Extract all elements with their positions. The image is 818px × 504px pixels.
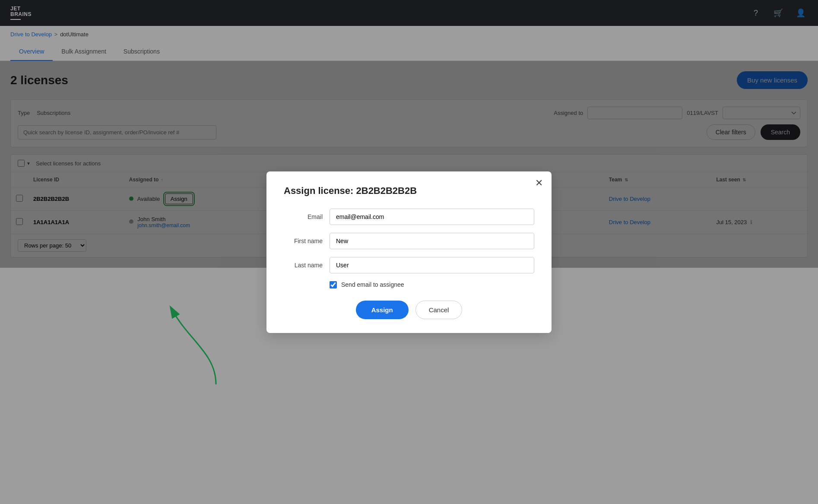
last-name-label: Last name — [284, 262, 323, 269]
modal-actions: Assign Cancel — [284, 301, 534, 319]
send-email-checkbox[interactable] — [330, 281, 337, 288]
modal-title: Assign license: 2B2B2B2B2B — [284, 185, 534, 197]
first-name-label: First name — [284, 238, 323, 244]
send-email-row: Send email to assignee — [330, 281, 534, 288]
last-name-row: Last name — [284, 257, 534, 273]
last-name-input[interactable] — [330, 257, 534, 273]
modal-overlay: ✕ Assign license: 2B2B2B2B2B Email First… — [0, 0, 818, 504]
email-label: Email — [284, 213, 323, 220]
modal-close-button[interactable]: ✕ — [535, 178, 543, 188]
send-email-label: Send email to assignee — [341, 281, 404, 288]
email-input[interactable] — [330, 209, 534, 225]
assign-license-modal: ✕ Assign license: 2B2B2B2B2B Email First… — [266, 171, 552, 333]
modal-assign-button[interactable]: Assign — [356, 301, 409, 319]
main-content: Drive to Develop > dotUltimate Overview … — [0, 26, 818, 504]
first-name-input[interactable] — [330, 233, 534, 249]
first-name-row: First name — [284, 233, 534, 249]
email-row: Email — [284, 209, 534, 225]
modal-cancel-button[interactable]: Cancel — [415, 301, 463, 319]
